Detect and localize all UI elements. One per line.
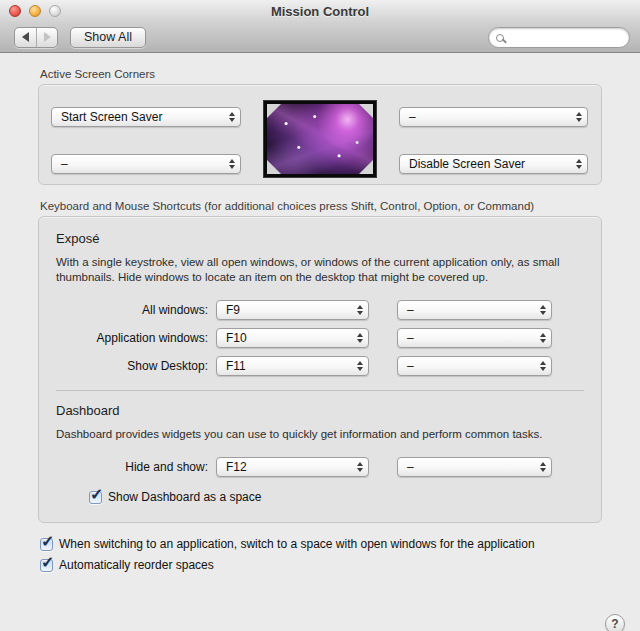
checkmark-icon: ✓	[41, 553, 54, 572]
show-desktop-keyboard-popup[interactable]: F11	[216, 356, 369, 376]
nav-buttons	[14, 27, 58, 48]
shortcuts-section-label: Keyboard and Mouse Shortcuts (for additi…	[40, 200, 602, 212]
back-arrow-icon	[22, 32, 29, 42]
popup-arrows-icon	[540, 333, 546, 343]
popup-arrows-icon	[357, 462, 363, 472]
bottom-options: ✓ When switching to an application, swit…	[40, 537, 602, 572]
checkbox-label: Automatically reorder spaces	[59, 558, 214, 572]
application-windows-mouse-popup[interactable]: –	[397, 328, 552, 348]
search-icon	[496, 34, 504, 42]
popup-arrows-icon	[576, 159, 582, 169]
all-windows-keyboard-popup[interactable]: F9	[216, 300, 369, 320]
corner-top-left-popup[interactable]: Start Screen Saver	[51, 107, 241, 127]
popup-arrows-icon	[357, 333, 363, 343]
forward-button[interactable]	[36, 28, 57, 47]
shortcuts-group: Exposé With a single keystroke, view all…	[38, 216, 602, 523]
row-label: All windows:	[56, 303, 208, 317]
popup-value: F12	[226, 460, 247, 474]
preferences-pane: Active Screen Corners Start Screen Saver…	[0, 68, 640, 631]
search-input[interactable]	[508, 31, 623, 45]
popup-value: –	[409, 110, 416, 124]
corner-top-right-popup[interactable]: –	[399, 107, 588, 127]
application-windows-keyboard-popup[interactable]: F10	[216, 328, 369, 348]
row-label: Application windows:	[56, 331, 208, 345]
checkbox-label: When switching to an application, switch…	[59, 537, 535, 551]
traffic-lights	[9, 5, 61, 17]
corner-bottom-right-popup[interactable]: Disable Screen Saver	[399, 154, 588, 174]
shortcut-row-all-windows: All windows: F9 –	[56, 300, 584, 320]
forward-arrow-icon	[44, 32, 51, 42]
checkbox-box: ✓	[40, 559, 53, 572]
expose-title: Exposé	[56, 231, 584, 246]
corner-marker-top-left	[267, 104, 281, 118]
popup-arrows-icon	[229, 159, 235, 169]
popup-value: F11	[226, 359, 246, 373]
popup-value: –	[407, 359, 414, 373]
popup-value: –	[407, 331, 414, 345]
popup-arrows-icon	[357, 305, 363, 315]
title-bar: Mission Control	[0, 0, 640, 22]
help-button[interactable]: ?	[605, 614, 625, 631]
window-title: Mission Control	[271, 4, 369, 19]
show-all-button[interactable]: Show All	[70, 27, 146, 48]
zoom-icon	[49, 5, 61, 17]
checkmark-icon: ✓	[41, 532, 54, 551]
shortcut-row-hide-and-show: Hide and show: F12 –	[56, 457, 584, 477]
popup-value: F10	[226, 331, 247, 345]
active-screen-corners-group: Start Screen Saver – – Disable Screen Sa…	[38, 84, 602, 185]
popup-arrows-icon	[540, 361, 546, 371]
switch-to-space-checkbox[interactable]: ✓ When switching to an application, swit…	[40, 537, 602, 551]
show-dashboard-as-space-checkbox[interactable]: ✓ Show Dashboard as a space	[89, 490, 584, 504]
dashboard-title: Dashboard	[56, 403, 584, 418]
corner-marker-top-right	[359, 104, 373, 118]
popup-arrows-icon	[229, 112, 235, 122]
row-label: Hide and show:	[56, 460, 208, 474]
row-label: Show Desktop:	[56, 359, 208, 373]
close-icon[interactable]	[9, 5, 21, 17]
popup-value: –	[407, 460, 414, 474]
toolbar: Show All	[0, 22, 640, 53]
popup-value: Disable Screen Saver	[409, 157, 525, 171]
popup-value: –	[407, 303, 414, 317]
hide-and-show-keyboard-popup[interactable]: F12	[216, 457, 369, 477]
back-button[interactable]	[15, 28, 36, 47]
checkbox-box: ✓	[89, 491, 102, 504]
popup-value: Start Screen Saver	[61, 110, 162, 124]
popup-arrows-icon	[540, 305, 546, 315]
corner-bottom-left-popup[interactable]: –	[51, 154, 241, 174]
popup-arrows-icon	[357, 361, 363, 371]
shortcut-row-show-desktop: Show Desktop: F11 –	[56, 356, 584, 376]
all-windows-mouse-popup[interactable]: –	[397, 300, 552, 320]
section-divider	[56, 390, 584, 391]
popup-value: F9	[226, 303, 240, 317]
checkbox-box: ✓	[40, 538, 53, 551]
desktop-wallpaper-image	[267, 104, 373, 174]
dashboard-description: Dashboard provides widgets you can use t…	[56, 427, 584, 442]
expose-description: With a single keystroke, view all open w…	[56, 255, 584, 285]
popup-arrows-icon	[540, 462, 546, 472]
popup-value: –	[61, 157, 68, 171]
corner-marker-bottom-left	[267, 160, 281, 174]
screen-preview	[264, 101, 376, 177]
search-field[interactable]	[488, 27, 630, 48]
popup-arrows-icon	[576, 112, 582, 122]
auto-reorder-spaces-checkbox[interactable]: ✓ Automatically reorder spaces	[40, 558, 602, 572]
minimize-icon[interactable]	[29, 5, 41, 17]
shortcut-row-application-windows: Application windows: F10 –	[56, 328, 584, 348]
corner-marker-bottom-right	[359, 160, 373, 174]
checkbox-label: Show Dashboard as a space	[108, 490, 261, 504]
checkmark-icon: ✓	[90, 485, 103, 504]
active-screen-corners-label: Active Screen Corners	[40, 68, 602, 80]
show-desktop-mouse-popup[interactable]: –	[397, 356, 552, 376]
hide-and-show-mouse-popup[interactable]: –	[397, 457, 552, 477]
